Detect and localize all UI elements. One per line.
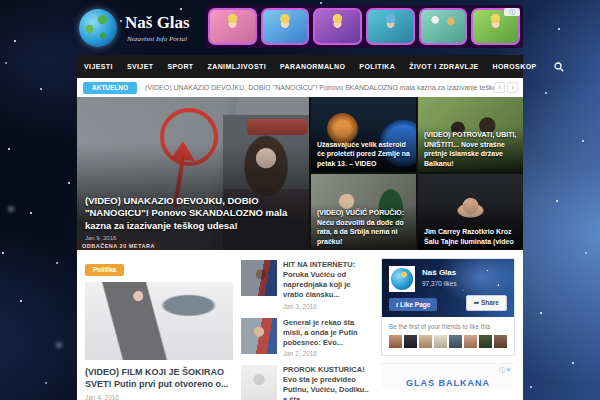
avatar	[419, 335, 432, 348]
list-item[interactable]: PROROK KUSTURICA! Evo šta je predvideo P…	[241, 365, 373, 400]
facebook-friend-avatars	[389, 335, 507, 348]
ticker-badge[interactable]: AKTUELNO	[83, 82, 137, 94]
content-section: Politika (VIDEO) FILM KOJI JE ŠOKIRAO SV…	[77, 250, 523, 400]
red-car-photo-detail	[247, 119, 307, 135]
featured-tile-jim-carrey[interactable]: Jim Carrey Razotkrio Kroz Šalu Tajne Ilu…	[418, 174, 523, 250]
main-navigation: VIJESTI SVIJET SPORT ZANIMLJIVOSTI PARAN…	[77, 55, 523, 78]
facebook-f-icon: f	[396, 301, 398, 308]
site-title: Naš Glas	[125, 13, 190, 33]
category-badge-politika[interactable]: Politika	[85, 264, 124, 276]
facebook-likes-count: 97,370 likes	[422, 280, 457, 287]
featured-tile-asteroid[interactable]: Užasavajuće velik asteroid će proleteti …	[311, 97, 416, 172]
article-thumbnail	[241, 318, 277, 354]
search-icon	[554, 62, 564, 72]
featured-main-title[interactable]: (VIDEO) UNAKAZIO DEVOJKU, DOBIO "NANOGIC…	[85, 195, 301, 232]
article-text: HIT NA INTERNETU: Poruka Vučiću od napre…	[283, 260, 373, 310]
ad-info-icon[interactable]: ⓘ	[499, 367, 506, 373]
avatar	[434, 335, 447, 348]
nav-item-paranormalno[interactable]: PARANORMALNO	[273, 63, 352, 70]
nav-item-politika[interactable]: POLITIKA	[352, 63, 402, 70]
facebook-page-widget: Naš Glas 97,370 likes f Like Page ➦ Shar…	[381, 258, 515, 356]
avatar	[464, 335, 477, 348]
facebook-page-name[interactable]: Naš Glas	[422, 268, 456, 277]
featured-tile-vucic[interactable]: (VIDEO) VUČIĆ PORUČIO: Neću dozvoliti da…	[311, 174, 416, 250]
article-thumbnail	[241, 260, 277, 296]
article-thumbnail	[241, 365, 277, 400]
putin-article-photo[interactable]	[85, 282, 233, 360]
avatar	[479, 335, 492, 348]
featured-main-article[interactable]: (VIDEO) UNAKAZIO DEVOJKU, DOBIO "NANOGIC…	[77, 97, 309, 250]
banner-game-thumb[interactable]	[208, 8, 257, 45]
ticker-headline[interactable]: (VIDEO) UNAKAZIO DEVOJKU, DOBIO "NANOGIC…	[145, 84, 494, 91]
nav-item-horoskop[interactable]: HOROSKOP	[486, 63, 544, 70]
article-text: PROROK KUSTURICA! Evo šta je predvideo P…	[283, 365, 373, 400]
news-ticker: AKTUELNO (VIDEO) UNAKAZIO DEVOJKU, DOBIO…	[77, 78, 523, 97]
article-list-column: HIT NA INTERNETU: Poruka Vučiću od napre…	[241, 258, 373, 392]
nav-item-svijet[interactable]: SVIJET	[120, 63, 161, 70]
site-container: Naš Glas Nezavisni Info Portal ⓘ VIJESTI…	[77, 0, 523, 400]
nav-item-zivot-i-zdravlje[interactable]: ŽIVOT I ZDRAVLJE	[402, 63, 485, 70]
nav-item-sport[interactable]: SPORT	[160, 63, 200, 70]
banner-ad[interactable]: ⓘ	[205, 5, 523, 48]
article-date: Jan 2, 2016	[283, 350, 373, 357]
banner-game-thumb[interactable]	[261, 8, 310, 45]
article-date: Jan 3, 2016	[283, 303, 373, 310]
banner-game-thumb[interactable]	[419, 8, 468, 45]
avatar	[404, 335, 417, 348]
featured-main-date: Jan 9, 2016	[85, 235, 116, 241]
ticker-next-button[interactable]: ›	[507, 82, 518, 93]
facebook-like-page-button[interactable]: f Like Page	[389, 298, 437, 311]
facebook-cover-photo: Naš Glas 97,370 likes f Like Page ➦ Shar…	[382, 259, 514, 317]
list-item[interactable]: General je rekao šta misli, a onda je Pu…	[241, 318, 373, 357]
politika-article-date: Jan 4, 2016	[85, 394, 233, 400]
ad-close-icon[interactable]: ✕	[506, 367, 512, 373]
site-tagline: Nezavisni Info Portal	[127, 35, 187, 43]
article-title[interactable]: HIT NA INTERNETU: Poruka Vučiću od napre…	[283, 260, 373, 301]
sidebar-column: Naš Glas 97,370 likes f Like Page ➦ Shar…	[381, 258, 515, 392]
photo-caption: ODBAČENA 20 METARA	[77, 242, 160, 250]
avatar	[389, 335, 402, 348]
ticker-controls: ‹ ›	[494, 82, 518, 93]
facebook-share-button[interactable]: ➦ Share	[466, 295, 507, 311]
avatar	[494, 335, 507, 348]
ticker-prev-button[interactable]: ‹	[494, 82, 505, 93]
politika-article-title[interactable]: (VIDEO) FILM KOJI JE ŠOKIRAO SVET! Putin…	[85, 367, 233, 390]
featured-tile-title[interactable]: (VIDEO) POTROVATI, UBITI, UNIŠTITI... No…	[424, 130, 517, 168]
globe-icon	[79, 9, 117, 47]
facebook-prompt-text: Be the first of your friends to like thi…	[389, 323, 507, 330]
globe-icon	[391, 268, 413, 290]
ad-headline-partial[interactable]: GLAS BALKANA	[381, 378, 515, 388]
article-title[interactable]: General je rekao šta misli, a onda je Pu…	[283, 318, 373, 348]
featured-tile-title[interactable]: Jim Carrey Razotkrio Kroz Šalu Tajne Ilu…	[424, 227, 517, 246]
share-icon: ➦	[474, 299, 479, 306]
ad-controls: ⓘ✕	[499, 366, 512, 375]
share-label: Share	[481, 299, 499, 306]
featured-tile-isis-threat[interactable]: (VIDEO) POTROVATI, UBITI, UNIŠTITI... No…	[418, 97, 523, 172]
article-title[interactable]: PROROK KUSTURICA! Evo šta je predvideo P…	[283, 365, 373, 400]
banner-game-thumb[interactable]	[313, 8, 362, 45]
politika-column: Politika (VIDEO) FILM KOJI JE ŠOKIRAO SV…	[85, 258, 233, 392]
starfield-background	[0, 0, 2, 2]
nav-item-zanimljivosti[interactable]: ZANIMLJIVOSTI	[201, 63, 273, 70]
search-button[interactable]	[544, 62, 574, 72]
featured-tile-title[interactable]: Užasavajuće velik asteroid će proleteti …	[317, 140, 410, 168]
list-item[interactable]: HIT NA INTERNETU: Poruka Vučiću od napre…	[241, 260, 373, 310]
facebook-social-context: Be the first of your friends to like thi…	[382, 317, 514, 355]
like-page-label: Like Page	[400, 301, 430, 308]
adchoices-icon[interactable]: ⓘ	[504, 8, 520, 16]
nav-item-vijesti[interactable]: VIJESTI	[77, 63, 120, 70]
featured-tile-title[interactable]: (VIDEO) VUČIĆ PORUČIO: Neću dozvoliti da…	[317, 208, 410, 246]
article-text: General je rekao šta misli, a onda je Pu…	[283, 318, 373, 357]
site-logo[interactable]: Naš Glas Nezavisni Info Portal	[79, 7, 209, 51]
banner-game-thumb[interactable]	[366, 8, 415, 45]
google-ad-unit[interactable]: ⓘ✕ GLAS BALKANA	[381, 363, 515, 389]
facebook-page-avatar[interactable]	[389, 266, 415, 292]
page: Naš Glas Nezavisni Info Portal ⓘ VIJESTI…	[0, 0, 600, 400]
featured-section: (VIDEO) UNAKAZIO DEVOJKU, DOBIO "NANOGIC…	[77, 97, 523, 250]
avatar	[449, 335, 462, 348]
